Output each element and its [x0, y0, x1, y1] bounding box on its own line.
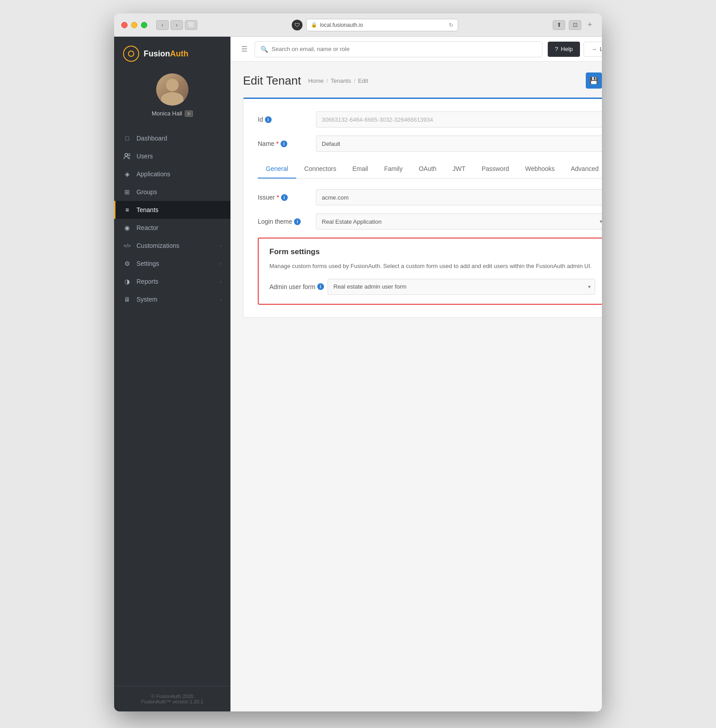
form-settings-title: Form settings [269, 247, 595, 256]
id-info-icon[interactable]: i [265, 116, 272, 123]
sidebar-item-reports[interactable]: ◑ Reports › [114, 272, 230, 290]
logout-button[interactable]: → Logout [584, 42, 602, 57]
required-indicator: * [276, 140, 278, 147]
groups-icon: ⊞ [123, 188, 131, 196]
titlebar: ‹ › ⬜ 🛡 🔒 local.fusionauth.io ↻ ⬆ ⊡ + [114, 13, 602, 37]
tenants-icon: ≡ [123, 206, 131, 214]
customizations-icon: </> [123, 242, 131, 250]
login-theme-info-icon[interactable]: i [294, 218, 301, 225]
tab-connectors[interactable]: Connectors [296, 160, 345, 179]
topbar: ☰ 🔍 ? Help → Logout [230, 37, 602, 62]
sidebar-item-label: Customizations [136, 242, 215, 249]
sidebar-toggle-button[interactable]: ⬜ [185, 20, 197, 30]
search-box: 🔍 [255, 41, 542, 57]
add-tab-button[interactable]: + [585, 20, 595, 30]
name-input[interactable] [316, 136, 602, 152]
tab-advanced[interactable]: Advanced [563, 160, 602, 179]
users-icon [123, 152, 131, 160]
sidebar-item-groups[interactable]: ⊞ Groups [114, 183, 230, 201]
page-header-left: Edit Tenant Home / Tenants / Edit [243, 74, 368, 88]
reactor-icon: ◉ [123, 224, 131, 232]
breadcrumb: Home / Tenants / Edit [308, 77, 368, 84]
admin-user-form-select-wrap: Real estate admin user form Default Form… [328, 279, 595, 295]
id-label: Id i [258, 116, 316, 123]
sidebar-item-dashboard[interactable]: □ Dashboard [114, 129, 230, 147]
tab-password[interactable]: Password [473, 160, 517, 179]
address-bar-area: 🛡 🔒 local.fusionauth.io ↻ [203, 19, 547, 31]
new-tab-tile-button[interactable]: ⊡ [569, 20, 581, 30]
page-title: Edit Tenant [243, 74, 301, 88]
sidebar-item-customizations[interactable]: </> Customizations › [114, 237, 230, 255]
avatar-image [156, 73, 188, 106]
content-area: Edit Tenant Home / Tenants / Edit 💾 [230, 62, 602, 711]
system-icon: 🖥 [123, 295, 131, 303]
sidebar-item-reactor[interactable]: ◉ Reactor [114, 219, 230, 237]
svg-point-1 [128, 154, 130, 156]
id-input[interactable] [316, 111, 602, 128]
sidebar-item-label: Settings [136, 260, 215, 267]
sidebar-item-settings[interactable]: ⚙ Settings › [114, 255, 230, 272]
applications-icon: ◈ [123, 170, 131, 178]
logo-inner-ring [128, 51, 134, 57]
name-row: Name* i [258, 136, 602, 152]
id-row: Id i [258, 111, 602, 128]
app-container: FusionAuth Monica Hall ⊞ □ Dashboard [114, 37, 602, 711]
issuer-info-icon[interactable]: i [281, 194, 288, 201]
tab-jwt[interactable]: JWT [444, 160, 473, 179]
search-icon: 🔍 [260, 46, 268, 53]
chevron-right-icon: › [220, 243, 222, 248]
sidebar-item-label: Applications [136, 170, 222, 178]
tabs-row: General Connectors Email Family OAuth JW… [258, 160, 602, 178]
avatar [156, 73, 188, 106]
user-name: Monica Hall ⊞ [152, 110, 193, 117]
admin-user-form-info-icon[interactable]: i [317, 283, 324, 290]
sidebar-footer: © FusionAuth 2020 FusionAuth™ version 1.… [114, 686, 230, 711]
name-info-icon[interactable]: i [281, 140, 287, 147]
breadcrumb-tenants[interactable]: Tenants [331, 77, 351, 84]
logo-text: FusionAuth [144, 49, 188, 59]
help-button[interactable]: ? Help [548, 42, 580, 57]
traffic-lights [121, 22, 147, 28]
sidebar-item-system[interactable]: 🖥 System › [114, 290, 230, 308]
tab-general[interactable]: General [258, 160, 296, 179]
form-body: Id i Name* i [243, 99, 602, 317]
chevron-right-icon: › [220, 297, 222, 302]
search-input[interactable] [272, 46, 537, 52]
sidebar-item-applications[interactable]: ◈ Applications [114, 165, 230, 183]
settings-icon: ⚙ [123, 260, 131, 268]
admin-user-form-row: Admin user form i Real estate admin user… [269, 279, 595, 295]
logout-icon: → [591, 46, 597, 52]
breadcrumb-home[interactable]: Home [308, 77, 324, 84]
close-window-button[interactable] [121, 22, 128, 28]
issuer-label: Issuer* i [258, 194, 316, 201]
admin-user-form-select[interactable]: Real estate admin user form Default Form… [328, 279, 595, 295]
tabs-container: General Connectors Email Family OAuth JW… [258, 160, 602, 179]
form-card: Id i Name* i [243, 98, 602, 318]
nav-menu: □ Dashboard Users ◈ Applications ⊞ Group… [114, 126, 230, 686]
main-content: ☰ 🔍 ? Help → Logout [230, 37, 602, 711]
tab-email[interactable]: Email [344, 160, 376, 179]
issuer-input[interactable] [316, 189, 602, 205]
tab-oauth[interactable]: OAuth [411, 160, 445, 179]
dashboard-icon: □ [123, 134, 131, 142]
back-button[interactable]: ‹ [156, 20, 169, 30]
titlebar-actions: ⬆ ⊡ + [553, 20, 595, 30]
save-button[interactable]: 💾 [586, 72, 602, 89]
browser-nav: ‹ › ⬜ [156, 20, 197, 30]
address-bar[interactable]: 🔒 local.fusionauth.io ↻ [306, 19, 458, 31]
form-settings-box: Form settings Manage custom forms used b… [258, 238, 602, 305]
menu-toggle-button[interactable]: ☰ [239, 43, 249, 55]
forward-button[interactable]: › [170, 20, 183, 30]
reload-icon[interactable]: ↻ [449, 22, 453, 28]
tab-family[interactable]: Family [376, 160, 410, 179]
sidebar-item-users[interactable]: Users [114, 147, 230, 165]
tab-webhooks[interactable]: Webhooks [517, 160, 563, 179]
share-button[interactable]: ⬆ [553, 20, 565, 30]
sidebar-item-tenants[interactable]: ≡ Tenants [114, 201, 230, 219]
minimize-window-button[interactable] [131, 22, 137, 28]
chevron-right-icon: › [220, 261, 222, 266]
maximize-window-button[interactable] [141, 22, 147, 28]
login-theme-select[interactable]: Real Estate Application Default Theme Cu… [316, 213, 602, 230]
sidebar-item-label: Reactor [136, 224, 222, 231]
page-header-actions: 💾 ↩ [586, 72, 602, 89]
